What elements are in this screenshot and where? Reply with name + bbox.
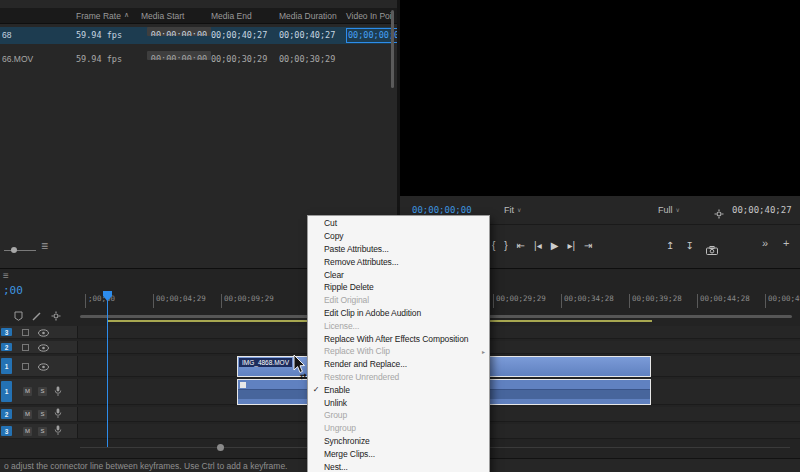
export-frame-camera-icon[interactable] (706, 241, 718, 259)
column-header-media-start[interactable]: Media Start (141, 11, 184, 21)
menu-item: Edit Original (308, 294, 489, 307)
scrollbar-knob[interactable] (217, 444, 224, 451)
timeline-panel-menu-icon[interactable]: ≡ (3, 270, 9, 281)
menu-item-label: Unlink (324, 398, 473, 408)
mute-button[interactable]: M (23, 427, 32, 436)
slider-knob[interactable] (11, 247, 17, 253)
menu-item[interactable]: Copy (308, 230, 489, 243)
track-output-eye-icon[interactable] (38, 357, 49, 375)
menu-item-label: Enable (324, 385, 473, 395)
voiceover-mic-icon[interactable] (54, 422, 62, 440)
voiceover-mic-icon[interactable] (54, 405, 62, 423)
menu-item[interactable]: Cut (308, 217, 489, 230)
panel-menu-icon[interactable]: ≡ (41, 239, 48, 253)
ruler-label: 00;00;29;29 (493, 294, 546, 308)
track-target-chip[interactable]: 1 (1, 358, 12, 374)
clip-name-cell: 66.MOV (2, 51, 72, 68)
media-end-cell: 00;00;40;27 (211, 27, 275, 44)
playhead-line (107, 291, 108, 447)
frame-rate-cell: 59.94 fps (76, 27, 138, 44)
resolution-value: Full (658, 205, 673, 215)
solo-button[interactable]: S (38, 410, 47, 419)
menu-item-label: Group (324, 410, 473, 420)
menu-item[interactable]: Ripple Delete (308, 281, 489, 294)
marker-icon[interactable] (14, 307, 23, 325)
menu-item[interactable]: Clear (308, 268, 489, 281)
column-header-media-duration[interactable]: Media Duration (279, 11, 337, 21)
mute-button[interactable]: M (23, 387, 32, 396)
menu-item-label: License... (324, 321, 473, 331)
menu-item-label: Replace With Clip (324, 346, 473, 356)
column-header-media-end[interactable]: Media End (211, 11, 252, 21)
project-row[interactable]: 68 59.94 fps 00;00;00;00 00;00;40;27 00;… (0, 27, 391, 44)
column-header-video-in[interactable]: Video In Poi (346, 11, 392, 21)
menu-item: Replace With Clip▸ (308, 345, 489, 358)
menu-item[interactable]: ✓Enable (308, 383, 489, 396)
check-icon: ✓ (308, 385, 324, 394)
voiceover-mic-icon[interactable] (54, 383, 62, 401)
track-header-a3: 3 M S (0, 424, 78, 439)
zoom-level-select[interactable]: Fit∨ (504, 205, 521, 215)
playhead-timecode[interactable]: 00;00;00;00 (412, 205, 472, 215)
track-header-v1: 1 (0, 356, 78, 377)
mark-out-button[interactable]: } (504, 240, 507, 252)
track-target-chip[interactable]: 2 (1, 343, 12, 351)
track-header-a2: 2 M S (0, 407, 78, 422)
track-target-chip[interactable]: 2 (1, 409, 12, 419)
menu-item[interactable]: Paste Attributes... (308, 243, 489, 256)
clip-name-cell: 68 (2, 27, 72, 44)
button-editor-chevrons[interactable]: » (762, 237, 768, 249)
ruler-label: 00;00;04;29 (153, 294, 206, 308)
add-button[interactable]: + (783, 237, 789, 249)
menu-item[interactable]: Render and Replace... (308, 358, 489, 371)
step-back-button[interactable]: |◂ (534, 240, 542, 252)
menu-item[interactable]: Remove Attributes... (308, 255, 489, 268)
extract-button[interactable]: ↧ (685, 240, 693, 252)
track-header-v2: 2 (0, 341, 78, 354)
cursor-modifier-icon: ⇄ (300, 372, 307, 381)
menu-item: License... (308, 319, 489, 332)
sync-lock-icon[interactable] (22, 344, 29, 351)
menu-item[interactable]: Edit Clip in Adobe Audition (308, 307, 489, 320)
wrench-icon[interactable] (51, 307, 61, 325)
menu-item: Ungroup (308, 422, 489, 435)
track-output-eye-icon[interactable] (38, 338, 49, 356)
solo-button[interactable]: S (38, 387, 47, 396)
menu-item-label: Merge Clips... (324, 449, 473, 459)
transport-tools: ↥↧ (666, 240, 694, 252)
sync-lock-icon[interactable] (22, 329, 29, 336)
media-start-cell: 00;00;00;00 (147, 51, 211, 60)
menu-item[interactable]: Nest... (308, 460, 489, 472)
menu-item-label: Ripple Delete (324, 282, 473, 292)
track-target-chip[interactable]: 1 (1, 381, 12, 402)
menu-item: Restore Unrendered (308, 371, 489, 384)
column-header-frame-rate[interactable]: Frame Rate (76, 11, 121, 21)
menu-item-label: Nest... (324, 462, 473, 472)
solo-button[interactable]: S (38, 427, 47, 436)
sync-lock-icon[interactable] (22, 363, 29, 370)
project-scrollbar[interactable] (391, 10, 394, 88)
menu-item[interactable]: Merge Clips... (308, 447, 489, 460)
timeline-timecode[interactable]: ;00 (3, 284, 23, 297)
track-target-chip[interactable]: 3 (1, 328, 12, 336)
mute-button[interactable]: M (23, 410, 32, 419)
playback-resolution-select[interactable]: Full∨ (658, 205, 680, 215)
settings-wrench-icon[interactable] (714, 205, 724, 223)
chevron-down-icon: ∨ (676, 207, 680, 213)
mark-in-button[interactable]: { (492, 240, 495, 252)
project-row[interactable]: 66.MOV 59.94 fps 00;00;00;00 00;00;30;29… (0, 51, 391, 68)
menu-item[interactable]: Replace With After Effects Composition (308, 332, 489, 345)
menu-item-label: Render and Replace... (324, 359, 473, 369)
menu-item-label: Copy (324, 231, 473, 241)
chevron-down-icon: ∨ (517, 207, 521, 213)
thumbnail-zoom-slider[interactable] (4, 246, 36, 254)
menu-item[interactable]: Synchronize (308, 435, 489, 448)
lift-button[interactable]: ↥ (666, 240, 674, 252)
track-target-chip[interactable]: 3 (1, 426, 12, 436)
go-to-out-button[interactable]: ⇥ (584, 240, 592, 252)
menu-item[interactable]: Unlink (308, 396, 489, 409)
duration-timecode: 00;00;40;27 (732, 205, 792, 215)
play-button[interactable]: ▶ (551, 240, 559, 252)
go-to-in-button[interactable]: ⇤ (517, 240, 525, 252)
step-forward-button[interactable]: ▸| (567, 240, 575, 252)
